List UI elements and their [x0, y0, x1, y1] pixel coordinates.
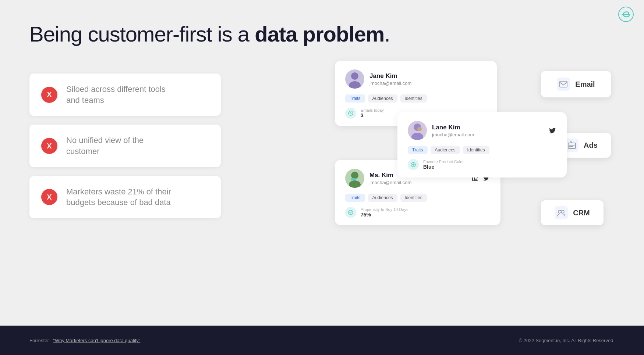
- tags-row-ms: Traits Audiences Identities: [345, 194, 490, 202]
- x-badge-2: X: [41, 138, 57, 154]
- stat-icon-ms: [345, 207, 356, 218]
- card-info-lane: Lane Kim jmocha@email.com: [432, 124, 474, 137]
- tag-audiences-lane[interactable]: Audiences: [431, 146, 460, 154]
- avatar-jane: [345, 69, 364, 89]
- stat-icon-jane: [345, 108, 356, 119]
- list-item-3: X Marketers waste 21% of theirbudgets be…: [29, 176, 221, 218]
- stat-value-lane: Blue: [423, 164, 464, 170]
- stat-value-ms: 75%: [361, 212, 408, 218]
- twitter-icon-lane: [548, 126, 556, 135]
- tag-identities-jane[interactable]: Identities: [400, 94, 427, 103]
- card-name-jane: Jane Kim: [369, 72, 411, 80]
- avatar-lane: [408, 121, 427, 140]
- svg-point-3: [349, 81, 361, 89]
- x-badge-1: X: [41, 87, 57, 103]
- card-info-jane: Jane Kim jmocha@email.com: [369, 72, 411, 86]
- channel-box-email: Email: [541, 71, 611, 97]
- footer-copyright: © 2022 Segment.io, Inc. All Rights Reser…: [519, 338, 615, 343]
- stat-info-lane: Favorite Product Color Blue: [423, 159, 464, 170]
- avatar-ms: [345, 169, 364, 188]
- main-content: Being customer-first is a data problem. …: [0, 0, 644, 326]
- social-icons-lane: [548, 126, 556, 135]
- channel-label-ads: Ads: [584, 141, 598, 150]
- svg-point-18: [558, 210, 561, 213]
- svg-point-7: [411, 133, 423, 140]
- footer: Forrester - "Why Marketers can't ignore …: [0, 326, 644, 355]
- ads-icon: [565, 139, 578, 152]
- svg-rect-13: [351, 178, 355, 180]
- stat-info-ms: Propensity to Buy 14 Days 75%: [361, 207, 408, 218]
- tag-traits-jane[interactable]: Traits: [345, 94, 365, 103]
- stat-label-jane: Emails today: [361, 108, 384, 112]
- svg-rect-10: [568, 143, 576, 148]
- tag-identities-ms[interactable]: Identities: [400, 194, 427, 202]
- channel-label-email: Email: [575, 80, 595, 89]
- svg-rect-5: [560, 81, 567, 87]
- stat-label-lane: Favorite Product Color: [423, 159, 464, 164]
- left-panel: X Siloed across different toolsand teams…: [29, 73, 221, 227]
- channel-box-crm: CRM: [541, 200, 604, 225]
- email-icon: [557, 78, 570, 91]
- tags-row-jane: Traits Audiences Identities: [345, 94, 486, 103]
- card-email-jane: jmocha@email.com: [369, 80, 411, 86]
- list-item-2: X No unified view of thecustomer: [29, 125, 221, 167]
- stat-value-jane: 3: [361, 112, 384, 118]
- card-name-lane: Lane Kim: [432, 124, 474, 131]
- list-item-text-2: No unified view of thecustomer: [66, 135, 144, 157]
- svg-point-12: [349, 180, 361, 188]
- crm-icon: [555, 206, 568, 219]
- stat-icon-lane: [408, 159, 419, 170]
- footer-source: Forrester - "Why Marketers can't ignore …: [29, 338, 140, 343]
- list-item-1: X Siloed across different toolsand teams: [29, 73, 221, 116]
- x-badge-3: X: [41, 189, 57, 205]
- profile-card-lane: Lane Kim jmocha@email.com Traits Audienc…: [397, 112, 567, 178]
- title-suffix: .: [384, 22, 390, 46]
- card-email-lane: jmocha@email.com: [432, 132, 474, 137]
- svg-rect-15: [473, 178, 474, 180]
- svg-point-2: [351, 72, 358, 80]
- tag-audiences-ms[interactable]: Audiences: [368, 194, 397, 202]
- title-bold: data problem: [255, 22, 384, 46]
- card-header-lane: Lane Kim jmocha@email.com: [408, 121, 556, 140]
- list-item-text-1: Siloed across different toolsand teams: [66, 84, 166, 105]
- tag-identities-lane[interactable]: Identities: [463, 146, 489, 154]
- tag-audiences-jane[interactable]: Audiences: [368, 94, 397, 103]
- list-item-text-3: Marketers waste 21% of theirbudgets beca…: [66, 186, 171, 208]
- title-prefix: Being customer-first is a: [29, 22, 255, 46]
- right-panel: Jane Kim jmocha@email.com Traits Audienc…: [335, 61, 622, 233]
- stat-label-ms: Propensity to Buy 14 Days: [361, 207, 408, 212]
- card-email-ms: jmocha@email.com: [369, 180, 411, 185]
- stat-row-lane: Favorite Product Color Blue: [408, 159, 556, 170]
- stat-info-jane: Emails today 3: [361, 108, 384, 118]
- card-header-jane: Jane Kim jmocha@email.com: [345, 69, 486, 89]
- footer-source-prefix: Forrester -: [29, 338, 53, 343]
- svg-point-8: [417, 127, 422, 131]
- svg-point-11: [351, 172, 358, 179]
- tag-traits-lane[interactable]: Traits: [408, 146, 428, 154]
- channel-label-crm: CRM: [573, 209, 590, 217]
- svg-point-19: [561, 210, 564, 213]
- footer-source-link[interactable]: "Why Marketers can't ignore data quality…: [53, 338, 140, 343]
- stat-row-ms: Propensity to Buy 14 Days 75%: [345, 207, 490, 218]
- page-title: Being customer-first is a data problem.: [29, 22, 615, 47]
- tags-row-lane: Traits Audiences Identities: [408, 146, 556, 154]
- tag-traits-ms[interactable]: Traits: [345, 194, 365, 202]
